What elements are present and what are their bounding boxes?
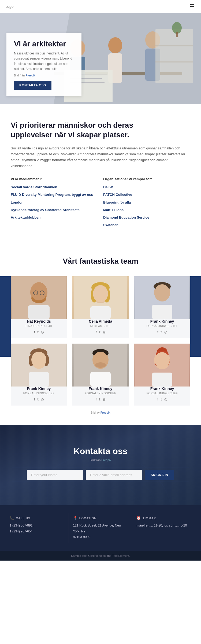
phone-icon: 📞 bbox=[10, 516, 14, 520]
team-socials: f 𝕥 ◎ bbox=[72, 398, 129, 401]
svg-point-7 bbox=[145, 31, 160, 49]
twitter-icon[interactable]: 𝕥 bbox=[99, 398, 100, 401]
list-item: Socialt värde Storbritannien bbox=[11, 185, 98, 190]
team-photo bbox=[72, 344, 129, 387]
team-card: Frank Kinney FÖRSÄLJNINGSCHEF f 𝕥 ◎ bbox=[11, 344, 67, 406]
members-heading: Vi är medlemmar i: bbox=[11, 177, 98, 181]
team-member-name: Frank Kinney bbox=[134, 387, 190, 391]
team-photo bbox=[11, 344, 67, 387]
list-item: London bbox=[11, 200, 98, 205]
orgs-list: Del W PATCH Collective Blueprint för all… bbox=[103, 185, 190, 227]
freepik-link[interactable]: Freepik bbox=[101, 458, 111, 462]
footer-col-call: 📞 CALL US 1 (234) 567-891, 1 (234) 987-6… bbox=[5, 513, 69, 543]
list-item: Blueprint för alla bbox=[103, 200, 190, 205]
facebook-icon[interactable]: f bbox=[96, 330, 96, 334]
instagram-icon[interactable]: ◎ bbox=[164, 398, 167, 401]
svg-rect-44 bbox=[29, 372, 49, 387]
team-member-role: FÖRSÄLJNINGSCHEF bbox=[11, 392, 67, 395]
twitter-icon[interactable]: 𝕥 bbox=[161, 330, 162, 334]
svg-rect-8 bbox=[145, 49, 160, 81]
facebook-icon[interactable]: f bbox=[34, 330, 35, 334]
team-member-role: FINANSDIREKTÖR bbox=[11, 325, 67, 327]
name-input[interactable] bbox=[27, 470, 83, 480]
freepik-link[interactable]: Freepik bbox=[25, 74, 35, 77]
contact-bg-art bbox=[0, 425, 201, 505]
navbar: logo ☰ bbox=[0, 0, 201, 13]
members-list: Socialt värde Storbritannien FLUID Diver… bbox=[11, 185, 98, 220]
footer-location-title: 📍 LOCATION bbox=[73, 516, 128, 520]
footer-bottom: Sample text. Click to select the Text El… bbox=[0, 551, 201, 561]
twitter-icon[interactable]: 𝕥 bbox=[99, 330, 100, 334]
team-member-role: FÖRSÄLJNINGSCHEF bbox=[72, 392, 129, 395]
list-item: Matt + Fiona bbox=[103, 208, 190, 212]
instagram-icon[interactable]: ◎ bbox=[103, 330, 105, 334]
freepik-link[interactable]: Freepik bbox=[100, 411, 110, 414]
facebook-icon[interactable]: f bbox=[34, 398, 35, 401]
instagram-icon[interactable]: ◎ bbox=[103, 398, 105, 401]
instagram-icon[interactable]: ◎ bbox=[41, 398, 44, 401]
hero-title: Vi är arkitekter bbox=[14, 39, 74, 49]
contact-section: Kontakta oss Bild från Freepik SKICKA IN bbox=[0, 425, 201, 505]
team-photo bbox=[72, 276, 129, 319]
svg-rect-6 bbox=[108, 53, 122, 83]
instagram-icon[interactable]: ◎ bbox=[164, 330, 167, 334]
svg-rect-15 bbox=[155, 61, 193, 62]
team-grid: Nat Reynolds FINANSDIREKTÖR f 𝕥 ◎ bbox=[11, 276, 190, 406]
hero-description: Massa ultrices mi quis hendrerit. Ac ut … bbox=[14, 51, 74, 72]
hero-cta-button[interactable]: KONTAKTA OSS bbox=[14, 81, 51, 90]
footer-col-location: 📍 LOCATION 121 Rock Street, 21 Avenue, N… bbox=[69, 513, 132, 543]
hero-card: Vi är arkitekter Massa ultrices mi quis … bbox=[6, 33, 81, 96]
team-member-role: REKLAMCHEF bbox=[72, 325, 129, 327]
team-photo bbox=[134, 276, 190, 319]
submit-button[interactable]: SKICKA IN bbox=[145, 470, 174, 480]
svg-rect-25 bbox=[28, 305, 50, 319]
svg-rect-58 bbox=[152, 373, 172, 387]
facebook-icon[interactable]: f bbox=[96, 398, 96, 401]
svg-point-31 bbox=[93, 285, 108, 302]
contact-freepik: Bild från Freepik bbox=[11, 458, 190, 462]
footer-hours-text: mån-fre ..... 11-20, lör, sön ..... 6-20 bbox=[136, 523, 191, 529]
footer-bottom-text: Sample text. Click to select the Text El… bbox=[71, 554, 130, 557]
svg-point-43 bbox=[31, 352, 46, 368]
team-heading: Vårt fantastiska team bbox=[11, 257, 190, 266]
team-freepik-credit: Bild av Freepik bbox=[11, 411, 190, 414]
footer-call-title: 📞 CALL US bbox=[10, 516, 64, 520]
twitter-icon[interactable]: 𝕥 bbox=[37, 330, 39, 334]
location-icon: 📍 bbox=[73, 516, 78, 520]
footer-location-address: 121 Rock Street, 21 Avenue, New York, NY… bbox=[73, 523, 128, 540]
team-card: Frank Kinney FÖRSÄLJNINGSCHEF f 𝕥 ◎ bbox=[72, 344, 129, 406]
orgs-heading: Organisationer vi kämpar för: bbox=[103, 177, 190, 181]
list-item: Del W bbox=[103, 185, 190, 190]
team-member-name: Nat Reynolds bbox=[11, 319, 67, 323]
footer-hours-title: ⏰ TIMMAR bbox=[136, 516, 191, 520]
team-card: Nat Reynolds FINANSDIREKTÖR f 𝕥 ◎ bbox=[11, 276, 67, 338]
team-card: Frank Kinney FÖRSÄLJNINGSCHEF f 𝕥 ◎ bbox=[134, 276, 190, 338]
svg-rect-13 bbox=[155, 29, 193, 83]
team-photo bbox=[134, 344, 190, 387]
twitter-icon[interactable]: 𝕥 bbox=[37, 398, 39, 401]
list-item: Dyrkande företag av Chartered Architects bbox=[11, 208, 98, 212]
list-item: Switchen bbox=[103, 223, 190, 227]
svg-point-36 bbox=[155, 284, 170, 300]
svg-point-74 bbox=[58, 479, 143, 505]
svg-point-5 bbox=[108, 37, 122, 53]
clock-icon: ⏰ bbox=[136, 516, 141, 520]
orgs-col: Organisationer vi kämpar för: Del W PATC… bbox=[103, 177, 190, 230]
facebook-icon[interactable]: f bbox=[157, 330, 158, 334]
team-socials: f 𝕥 ◎ bbox=[11, 398, 67, 401]
list-item: Arkitekturklubben bbox=[11, 215, 98, 220]
accent-right bbox=[190, 276, 201, 357]
contact-form: SKICKA IN bbox=[11, 470, 190, 480]
membership-grid: Vi är medlemmar i: Socialt värde Storbri… bbox=[11, 177, 190, 230]
list-item: FLUID Diversity Mentoring Program, byggt… bbox=[11, 192, 98, 197]
prioritize-section: Vi prioriterar människor och deras upple… bbox=[0, 104, 201, 241]
twitter-icon[interactable]: 𝕥 bbox=[161, 398, 162, 401]
facebook-icon[interactable]: f bbox=[157, 398, 158, 401]
members-col: Vi är medlemmar i: Socialt värde Storbri… bbox=[11, 177, 98, 230]
menu-icon[interactable]: ☰ bbox=[190, 3, 195, 10]
hero-section: Vi är arkitekter Massa ultrices mi quis … bbox=[0, 13, 201, 104]
hero-freepik-credit: Bild från Freepik bbox=[14, 74, 74, 77]
svg-rect-37 bbox=[152, 305, 172, 319]
email-input[interactable] bbox=[86, 470, 142, 480]
instagram-icon[interactable]: ◎ bbox=[41, 330, 44, 334]
